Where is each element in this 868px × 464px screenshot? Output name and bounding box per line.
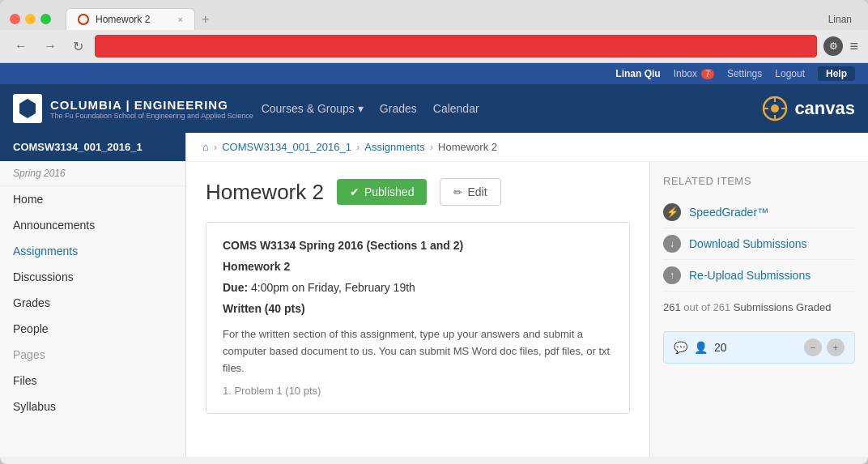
top-nav: COLUMBIA | ENGINEERING The Fu Foundation… xyxy=(0,84,868,133)
logo-shield xyxy=(13,94,42,123)
sidebar-item-files[interactable]: Files xyxy=(0,368,185,394)
comment-actions: − + xyxy=(804,338,845,356)
maximize-button[interactable] xyxy=(40,14,51,24)
graded-text: 261 out of 261 Submissions Graded xyxy=(663,292,855,323)
logo-text: COLUMBIA | ENGINEERING The Fu Foundation… xyxy=(50,98,253,120)
sidebar-semester: Spring 2016 xyxy=(0,161,185,186)
checkmark-icon: ✔ xyxy=(350,185,360,198)
calendar-link[interactable]: Calendar xyxy=(433,102,479,115)
sidebar-item-assignments[interactable]: Assignments xyxy=(0,238,185,264)
reupload-submissions-link[interactable]: ↑ Re-Upload Submissions xyxy=(663,260,855,292)
download-icon: ↓ xyxy=(663,235,681,253)
logo-subtitle: The Fu Foundation School of Engineering … xyxy=(50,112,253,120)
svg-point-1 xyxy=(771,104,779,113)
comment-plus-button[interactable]: + xyxy=(827,338,845,356)
traffic-lights xyxy=(10,14,51,24)
dropdown-arrow-icon: ▾ xyxy=(358,102,364,115)
edit-button[interactable]: ✏ Edit xyxy=(440,178,500,206)
nav-links: Courses & Groups ▾ Grades Calendar xyxy=(262,102,479,115)
assignment-due: Due: 4:00pm on Friday, February 19th xyxy=(223,281,613,294)
logout-link[interactable]: Logout xyxy=(775,68,805,79)
related-items-title: Related Items xyxy=(663,175,855,187)
minimize-button[interactable] xyxy=(25,14,36,24)
shield-icon xyxy=(19,99,36,118)
sidebar-item-people[interactable]: People xyxy=(0,316,185,342)
assignment-course: COMS W3134 Spring 2016 (Sections 1 and 2… xyxy=(223,239,613,252)
tab-close-button[interactable]: × xyxy=(178,15,183,24)
published-button[interactable]: ✔ Published xyxy=(337,179,428,205)
new-tab-button[interactable]: + xyxy=(195,9,215,30)
inbox-badge: 7 xyxy=(701,69,714,79)
close-button[interactable] xyxy=(10,14,20,24)
browser-toolbar: ← → ↻ ⚙ ≡ xyxy=(0,30,868,63)
forward-button[interactable]: → xyxy=(39,37,62,55)
inbox-link[interactable]: Inbox 7 xyxy=(674,68,714,79)
canvas-icon xyxy=(762,96,788,121)
logo-area: COLUMBIA | ENGINEERING The Fu Foundation… xyxy=(13,94,746,123)
logo-title: COLUMBIA | ENGINEERING xyxy=(50,98,253,112)
content-wrapper: COMSW3134_001_2016_1 Spring 2016 Home An… xyxy=(0,133,868,457)
comment-bar: 💬 👤 20 − + xyxy=(663,331,855,364)
sidebar-item-syllabus[interactable]: Syllabus xyxy=(0,394,185,419)
breadcrumb-sep-3: › xyxy=(430,141,433,153)
sidebar: COMSW3134_001_2016_1 Spring 2016 Home An… xyxy=(0,133,186,457)
page-title: Homework 2 xyxy=(206,180,324,205)
download-submissions-link[interactable]: ↓ Download Submissions xyxy=(663,228,855,260)
help-button[interactable]: Help xyxy=(818,66,855,81)
settings-link[interactable]: Settings xyxy=(727,68,762,79)
breadcrumb-current: Homework 2 xyxy=(438,141,497,153)
sidebar-item-announcements[interactable]: Announcements xyxy=(0,212,185,238)
refresh-button[interactable]: ↻ xyxy=(68,37,88,56)
back-button[interactable]: ← xyxy=(10,37,32,55)
sidebar-item-grades[interactable]: Grades xyxy=(0,290,185,316)
tab-bar: Homework 2 × + xyxy=(66,8,815,30)
page-header: Homework 2 ✔ Published ✏ Edit xyxy=(206,178,630,206)
assignment-pts: Written (40 pts) xyxy=(223,302,613,315)
toolbar-menu-button[interactable]: ≡ xyxy=(849,38,858,55)
tab-title: Homework 2 xyxy=(96,14,150,25)
browser-tab[interactable]: Homework 2 × xyxy=(66,8,195,30)
pencil-icon: ✏ xyxy=(453,186,462,198)
app-container: Linan Qiu Inbox 7 Settings Logout Help C… xyxy=(0,63,868,457)
breadcrumb-home-icon[interactable]: ⌂ xyxy=(202,141,209,153)
breadcrumb-sep-2: › xyxy=(356,141,360,153)
grades-link[interactable]: Grades xyxy=(380,102,417,115)
comment-minus-button[interactable]: − xyxy=(804,338,822,356)
breadcrumb-section-link[interactable]: Assignments xyxy=(364,141,424,153)
sidebar-course: COMSW3134_001_2016_1 xyxy=(0,133,185,161)
breadcrumb-sep-1: › xyxy=(214,141,217,153)
assignment-problem: 1. Problem 1 (10 pts) xyxy=(223,385,613,397)
user-bar: Linan Qiu Inbox 7 Settings Logout Help xyxy=(0,63,868,84)
assignment-description: For the written section of this assignme… xyxy=(223,326,613,377)
comment-icon: 💬 xyxy=(674,341,687,354)
reupload-icon: ↑ xyxy=(663,266,681,284)
assignment-name: Homework 2 xyxy=(223,260,613,273)
canvas-text: canvas xyxy=(794,98,855,119)
browser-user-label: Linan xyxy=(822,11,858,28)
address-bar[interactable] xyxy=(95,35,817,57)
speedgrader-link[interactable]: ⚡ SpeedGrader™ xyxy=(663,197,855,228)
sidebar-item-discussions[interactable]: Discussions xyxy=(0,264,185,290)
courses-groups-link[interactable]: Courses & Groups ▾ xyxy=(262,102,364,115)
assignment-box: COMS W3134 Spring 2016 (Sections 1 and 2… xyxy=(206,222,630,414)
speedgrader-icon: ⚡ xyxy=(663,203,681,221)
sidebar-item-pages[interactable]: Pages xyxy=(0,342,185,368)
breadcrumb-course-link[interactable]: COMSW3134_001_2016_1 xyxy=(222,141,351,153)
toolbar-settings-icon[interactable]: ⚙ xyxy=(823,36,843,56)
right-panel: Related Items ⚡ SpeedGrader™ ↓ Download … xyxy=(649,162,868,457)
user-name-link[interactable]: Linan Qiu xyxy=(615,68,660,79)
user-count-icon: 👤 xyxy=(694,341,708,354)
canvas-logo: canvas xyxy=(762,96,855,121)
breadcrumb: ⌂ › COMSW3134_001_2016_1 › Assignments ›… xyxy=(186,133,868,162)
main-content: Homework 2 ✔ Published ✏ Edit xyxy=(186,162,649,457)
tab-favicon-icon xyxy=(78,14,89,25)
sidebar-item-home[interactable]: Home xyxy=(0,186,185,212)
comment-count: 20 xyxy=(714,341,727,354)
